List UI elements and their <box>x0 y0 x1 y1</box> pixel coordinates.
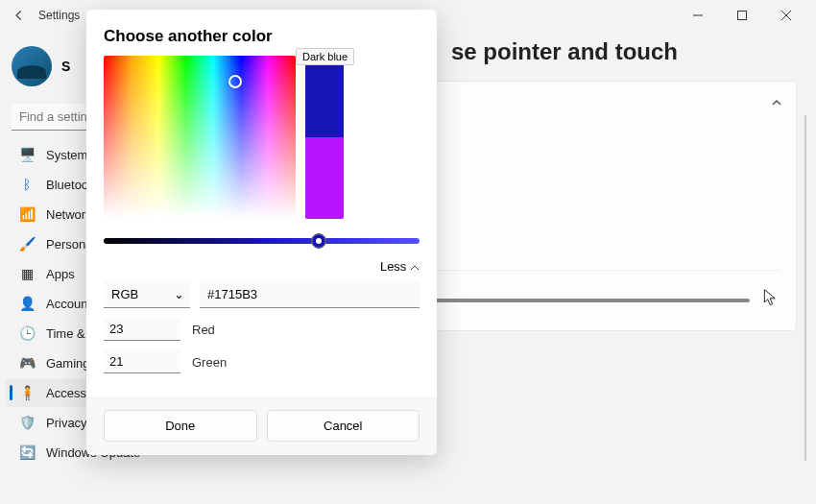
network-icon: 📶 <box>19 206 35 222</box>
page-title: se pointer and touch <box>451 38 797 65</box>
mode-label: RGB <box>111 287 138 301</box>
minimize-icon <box>693 11 703 20</box>
privacy-icon: 🛡️ <box>19 415 35 430</box>
minimize-button[interactable] <box>676 0 720 31</box>
time-icon: 🕒 <box>19 325 35 341</box>
maximize-button[interactable] <box>720 0 764 31</box>
value-track <box>104 238 420 244</box>
accessibility-icon: 🧍 <box>19 385 35 400</box>
color-tooltip: Dark blue <box>296 48 354 65</box>
svg-rect-1 <box>738 12 747 20</box>
active-indicator <box>10 385 12 400</box>
green-input[interactable] <box>104 350 180 373</box>
red-label: Red <box>192 323 215 337</box>
color-mode-select[interactable]: RGB <box>104 281 190 308</box>
large-cursor-icon <box>761 286 780 315</box>
sidebar-item-label: Gaming <box>46 356 90 371</box>
apps-icon: ▦ <box>19 266 35 281</box>
value-slider[interactable] <box>104 232 420 250</box>
color-picker-dialog: Choose another color Dark blue Less RGB … <box>86 10 437 455</box>
cancel-button[interactable]: Cancel <box>267 410 420 442</box>
back-button[interactable] <box>8 4 31 27</box>
value-thumb[interactable] <box>311 233 326 249</box>
color-field[interactable] <box>104 56 296 219</box>
scrollbar[interactable] <box>804 115 806 461</box>
done-button[interactable]: Done <box>104 410 257 442</box>
dialog-title: Choose another color <box>104 27 420 46</box>
sidebar-item-label: Privacy <box>46 416 87 430</box>
preview-previous <box>305 137 344 219</box>
avatar <box>12 46 52 86</box>
arrow-left-icon <box>12 9 26 22</box>
personalization-icon: 🖌️ <box>19 236 35 252</box>
bluetooth-icon: ᛒ <box>19 177 35 192</box>
update-icon: 🔄 <box>19 444 35 460</box>
gaming-icon: 🎮 <box>19 355 35 371</box>
color-preview <box>305 56 344 219</box>
color-field-thumb[interactable] <box>228 75 242 88</box>
sidebar-item-label: Apps <box>46 267 75 281</box>
sidebar-item-label: Network <box>46 207 92 222</box>
green-label: Green <box>192 355 227 370</box>
preview-current <box>305 56 344 137</box>
hex-input[interactable] <box>200 281 420 308</box>
red-input[interactable] <box>104 318 180 341</box>
less-toggle[interactable]: Less <box>380 259 420 274</box>
sidebar-item-label: System <box>46 148 87 162</box>
profile-name: S <box>61 59 70 74</box>
app-title: Settings <box>38 9 80 22</box>
collapse-button[interactable] <box>771 95 782 112</box>
system-icon: 🖥️ <box>19 147 35 162</box>
less-label: Less <box>380 259 406 274</box>
close-button[interactable] <box>764 0 808 31</box>
chevron-up-icon <box>771 97 782 108</box>
accounts-icon: 👤 <box>19 296 35 311</box>
maximize-icon <box>737 11 747 20</box>
chevron-up-icon <box>410 263 420 273</box>
close-icon <box>781 11 791 20</box>
